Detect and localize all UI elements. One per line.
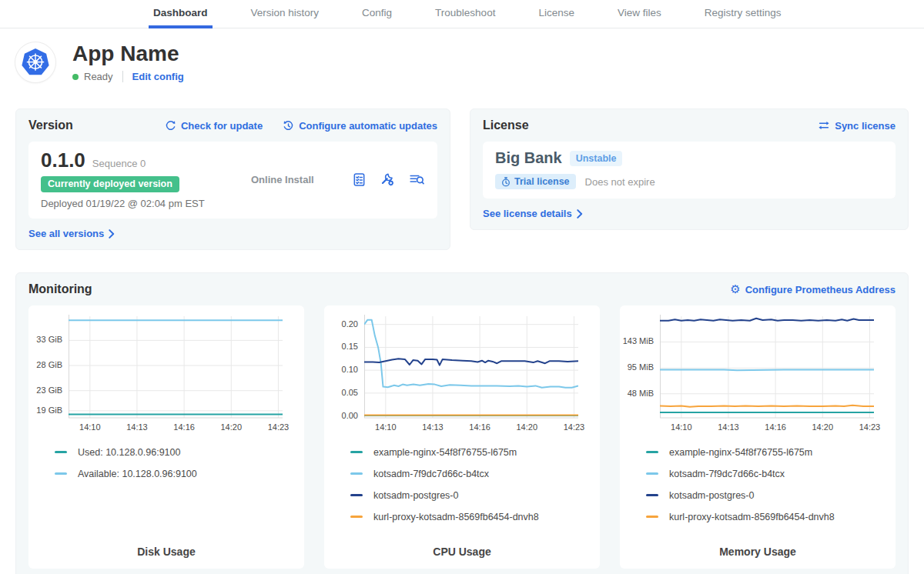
monitoring-section: Monitoring ⚙ Configure Prometheus Addres… [15,272,909,574]
y-axis-label: 95 MiB [620,362,654,372]
configure-automatic-updates-button[interactable]: Configure automatic updates [283,120,437,132]
legend-item: kotsadm-postgres-0 [350,489,600,501]
legend-label: kotsadm-postgres-0 [669,490,754,501]
tab-view-files[interactable]: View files [613,0,666,28]
legend-item: Available: 10.128.0.96:9100 [55,468,304,479]
x-axis-label: 14:10 [671,422,692,432]
see-all-versions-link[interactable]: See all versions [28,228,115,239]
trial-license-badge: Trial license [495,174,576,189]
legend-color-dash [646,494,658,496]
gear-icon: ⚙ [730,284,740,295]
legend-item: example-nginx-54f8f76755-l675m [646,446,896,458]
chart-legend: example-nginx-54f8f76755-l675mkotsadm-7f… [646,446,896,532]
y-axis-label: 143 MiB [620,336,654,345]
legend-color-dash [55,472,67,475]
channel-badge: Unstable [570,151,623,166]
legend-item: example-nginx-54f8f76755-l675m [350,446,600,458]
y-axis-label: 0.15 [324,342,358,351]
deployed-badge: Currently deployed version [41,176,179,192]
legend-color-dash [350,472,363,475]
chevron-right-icon [109,229,115,239]
install-type-label: Online Install [251,174,314,185]
x-axis-label: 14:23 [859,422,881,432]
chart-legend: example-nginx-54f8f76755-l675mkotsadm-7f… [350,446,600,532]
legend-color-dash [646,472,658,475]
status-text: Ready [84,71,113,82]
app-logo [15,42,55,82]
x-axis-label: 14:13 [422,422,444,432]
customer-name: Big Bank [495,149,562,167]
x-axis-label: 14:23 [564,422,585,432]
see-license-details-link[interactable]: See license details [483,208,583,219]
x-axis-label: 14:16 [469,422,490,432]
view-deploy-logs-icon[interactable] [409,172,425,187]
legend-label: example-nginx-54f8f76755-l675m [669,447,812,458]
tab-dashboard[interactable]: Dashboard [149,0,213,28]
x-axis-label: 14:20 [221,422,243,432]
legend-label: kotsadm-7f9dc7d66c-b4tcx [373,469,489,479]
legend-label: kurl-proxy-kotsadm-8569fb6454-dnvh8 [373,512,539,522]
series-line-kotsadm-7f9dc7d66c-b4tcx [660,370,874,371]
check-for-update-button[interactable]: Check for update [165,120,263,132]
edit-config-link[interactable]: Edit config [132,71,184,82]
app-header: App Name Ready Edit config [15,42,909,82]
stopwatch-icon [501,177,511,187]
configure-prometheus-button[interactable]: ⚙ Configure Prometheus Address [730,284,896,295]
sync-license-button[interactable]: Sync license [818,120,896,132]
legend-color-dash [350,494,363,496]
divider [122,71,123,82]
top-nav: DashboardVersion historyConfigTroublesho… [0,0,924,28]
legend-label: Used: 10.128.0.96:9100 [78,447,180,458]
chart-card-cpu-usage: 0.200.150.100.050.0014:1014:1314:1614:20… [324,305,600,569]
expiry-text: Does not expire [585,176,655,188]
x-axis-label: 14:20 [812,422,834,432]
x-axis-label: 14:10 [375,422,397,432]
plot-canvas [69,313,283,419]
refresh-icon [165,120,176,132]
x-axis-label: 14:23 [268,422,290,432]
y-axis-label: 0.00 [324,411,358,420]
chart-plot: 33 GiB28 GiB23 GiB19 GiB14:1014:1314:161… [28,313,304,435]
legend-label: kurl-proxy-kotsadm-8569fb6454-dnvh8 [669,512,835,522]
series-line-kotsadm-postgres-0 [364,359,578,365]
chart-plot: 143 MiB95 MiB48 MiB14:1014:1314:1614:201… [620,313,896,435]
chart-plot: 0.200.150.100.050.0014:1014:1314:1614:20… [324,313,600,435]
y-axis-label: 28 GiB [28,360,62,369]
current-version-card: 0.1.0 Sequence 0 Currently deployed vers… [28,142,437,219]
legend-color-dash [350,451,363,453]
tab-license[interactable]: License [534,0,579,28]
tab-config[interactable]: Config [357,0,397,28]
x-axis-label: 14:13 [126,422,148,432]
legend-label: example-nginx-54f8f76755-l675m [373,447,517,458]
legend-label: kotsadm-postgres-0 [373,490,458,501]
series-line-kurl-proxy-kotsadm-8569fb6454-dnvh8 [660,405,874,407]
status-dot [72,74,79,80]
tab-version-history[interactable]: Version history [246,0,324,28]
version-card: Version Check for update [15,108,450,250]
legend-item: kotsadm-7f9dc7d66c-b4tcx [350,468,600,479]
legend-color-dash [55,451,67,453]
x-axis-label: 14:16 [765,422,786,432]
chart-title: CPU Usage [324,546,600,562]
tab-troubleshoot[interactable]: Troubleshoot [430,0,500,28]
edit-config-wrench-icon[interactable] [380,172,395,187]
x-axis-label: 14:13 [718,422,739,432]
legend-item: kotsadm-postgres-0 [646,489,896,501]
y-axis-label: 48 MiB [620,389,654,398]
legend-color-dash [646,451,658,453]
x-axis-label: 14:20 [517,422,538,432]
legend-item: Used: 10.128.0.96:9100 [55,446,304,458]
legend-color-dash [350,516,363,518]
legend-label: kotsadm-7f9dc7d66c-b4tcx [669,469,785,479]
y-axis-label: 19 GiB [28,405,62,415]
legend-color-dash [646,516,658,518]
chart-title: Disk Usage [28,546,304,562]
version-title: Version [28,118,73,132]
y-axis-label: 0.20 [324,319,358,329]
x-axis-label: 14:10 [79,422,101,432]
preflight-checks-icon[interactable] [352,172,367,187]
y-axis-label: 23 GiB [28,385,62,395]
tab-registry-settings[interactable]: Registry settings [700,0,786,28]
sync-icon [818,120,830,131]
chevron-right-icon [577,209,583,219]
